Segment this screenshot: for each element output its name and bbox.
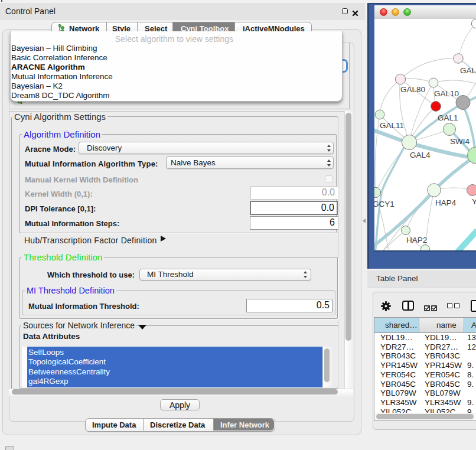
svg-text:GAL4: GAL4 bbox=[410, 151, 431, 159]
svg-text:GAL1: GAL1 bbox=[438, 113, 458, 122]
svg-text:HAP2: HAP2 bbox=[406, 236, 427, 244]
svg-text:SWI4: SWI4 bbox=[450, 137, 470, 146]
svg-text:GAL: GAL bbox=[460, 66, 476, 75]
svg-text:GCY1: GCY1 bbox=[374, 200, 395, 208]
svg-text:Y: Y bbox=[472, 197, 476, 206]
svg-text:HAP4: HAP4 bbox=[435, 198, 457, 207]
svg-text:GAL80: GAL80 bbox=[400, 85, 425, 94]
svg-text:GAL11: GAL11 bbox=[380, 121, 404, 130]
svg-text:GAL10: GAL10 bbox=[434, 89, 459, 98]
